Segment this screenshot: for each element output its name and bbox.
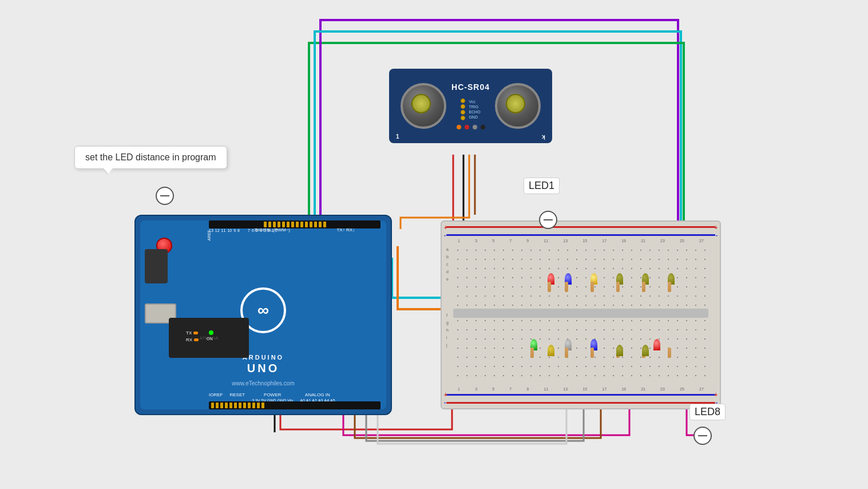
resistor-b1 (530, 348, 534, 358)
arduino-on-led (209, 330, 213, 335)
resistor-b2 (565, 348, 568, 358)
hc-sr04-sensor: HC-SR04 Vcc TRIG ECHO GND (389, 69, 552, 143)
arduino-inner: ∞ ARDUINO UNO www.eTechnophiles.com ATME… (140, 220, 386, 409)
arduino-model2-label: UNO (243, 362, 284, 375)
arduino-digital-pins (209, 220, 381, 228)
arduino-aref-label: AREF (207, 230, 211, 241)
resistor-3 (590, 282, 594, 292)
led8-label: LED8 (689, 404, 726, 420)
led-yellow-b3 (642, 345, 649, 356)
led-red-bottom (653, 339, 660, 350)
sensor-eye-right (495, 83, 541, 129)
arduino-board: ∞ ARDUINO UNO www.eTechnophiles.com ATME… (134, 215, 392, 415)
tooltip-text: set the LED distance in program (85, 152, 216, 162)
resistor-2 (565, 282, 568, 292)
arduino-url-label: www.eTechnophiles.com (232, 380, 295, 387)
resistor-1 (548, 282, 551, 292)
resistor-4 (616, 282, 620, 292)
breadboard: + - + - + - + - 1 3 5 7 9 11 13 15 17 19… (441, 220, 721, 409)
resistor-b6 (668, 348, 671, 358)
led1-label: LED1 (524, 178, 560, 194)
resistor-6 (668, 282, 671, 292)
main-canvas: HC-SR04 Vcc TRIG ECHO GND (0, 0, 868, 489)
resistor-5 (642, 282, 645, 292)
tooltip-minus-icon[interactable] (156, 187, 174, 205)
arduino-power-pins (209, 401, 381, 409)
resistor-b3 (590, 348, 594, 358)
arduino-power-jack (145, 249, 168, 283)
led-yellow-b1 (548, 345, 554, 356)
arduino-pin-numbers: 1312111098 76543210 (209, 228, 278, 232)
led1-minus-icon[interactable] (539, 211, 557, 229)
led8-minus-icon[interactable] (693, 427, 712, 445)
sensor-model-label: HC-SR04 (451, 82, 490, 92)
led-yellow-b2 (616, 345, 623, 356)
tooltip-bubble: set the LED distance in program (74, 146, 227, 169)
sensor-eye-left (401, 83, 446, 129)
arduino-txrx-label: TX↑ RX↓ (336, 227, 355, 232)
arduino-tx-rx-leds: TX RX (186, 330, 199, 342)
